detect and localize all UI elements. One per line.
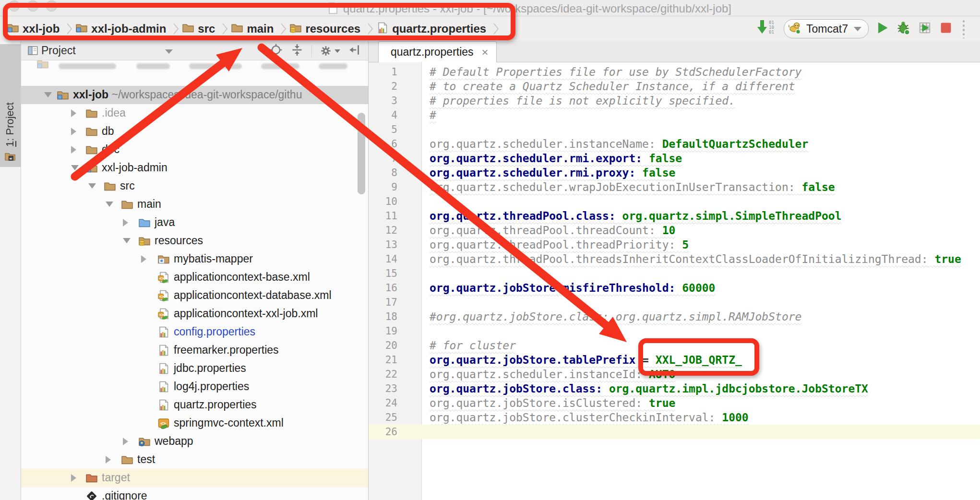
project-views-chevron-icon[interactable] <box>165 49 173 54</box>
tree-item-springmvc-context.xml[interactable]: <> springmvc-context.xml <box>21 414 368 432</box>
line-number: 1 <box>369 65 397 79</box>
editor-area[interactable]: quartz.properties × 1# Default Propertie… <box>369 41 980 500</box>
project-panel-icon <box>28 46 38 58</box>
scroll-from-source-button[interactable] <box>269 43 283 59</box>
expanded-arrow-icon[interactable] <box>123 238 131 243</box>
tree-item-webapp[interactable]: webapp <box>21 432 368 451</box>
tree-item-label: quartz.properties <box>174 398 257 411</box>
collapsed-arrow-icon[interactable] <box>123 219 128 226</box>
breadcrumb: xxl-job xxl-job-admin src main resources… <box>7 16 502 41</box>
close-window-button[interactable] <box>9 0 20 12</box>
tree-item-label: applicationcontext-xxl-job.xml <box>174 307 318 320</box>
tree-item-label: .idea <box>102 107 126 119</box>
run-configuration-select[interactable]: Tomcat7 <box>784 19 869 38</box>
expanded-arrow-icon[interactable] <box>106 202 113 207</box>
svg-text:<>: <> <box>159 276 164 281</box>
project-tree-scrollbar[interactable] <box>358 113 365 194</box>
breadcrumb-item-quartz.properties[interactable]: quartz.properties <box>376 22 486 36</box>
breadcrumb-chevron-icon <box>173 23 179 35</box>
expanded-arrow-icon[interactable] <box>44 92 52 97</box>
folder-resources-icon <box>289 22 302 36</box>
tree-item-applicationcontext-base.xml[interactable]: <> applicationcontext-base.xml <box>21 268 368 286</box>
line-number: 26 <box>369 425 397 439</box>
collapsed-arrow-icon[interactable] <box>71 474 76 482</box>
tree-item-xxl-job-admin[interactable]: xxl-job-admin <box>21 159 368 177</box>
tree-item-mybatis-mapper[interactable]: mybatis-mapper <box>21 250 368 268</box>
tab-label: quartz.properties <box>391 46 474 59</box>
breadcrumb-item-xxl-job-admin[interactable]: xxl-job-admin <box>75 22 166 36</box>
tree-item-jdbc.properties[interactable]: jdbc.properties <box>21 359 368 378</box>
collapsed-arrow-icon[interactable] <box>71 128 76 135</box>
line-number: 6 <box>369 137 397 151</box>
tree-item-log4j.properties[interactable]: log4j.properties <box>21 378 368 396</box>
folder-module-icon <box>85 162 98 176</box>
folder-module-icon <box>75 22 88 36</box>
breadcrumb-item-xxl-job[interactable]: xxl-job <box>7 22 60 36</box>
tree-item-test[interactable]: test <box>21 451 368 469</box>
tree-item-xxl-job[interactable]: xxl-job ~/workspaces/idea-git-workspace/… <box>21 86 368 104</box>
project-panel-header: Project <box>21 41 368 60</box>
tree-item-src[interactable]: src <box>21 177 368 195</box>
project-panel-title[interactable]: Project <box>41 44 76 57</box>
tree-item-applicationcontext-xxl-job.xml[interactable]: <> applicationcontext-xxl-job.xml <box>21 305 368 323</box>
breadcrumb-item-main[interactable]: main <box>231 22 274 36</box>
file-properties-icon <box>157 399 170 413</box>
folder-excluded-icon <box>85 472 98 486</box>
tree-item-target[interactable]: target <box>21 469 368 487</box>
tree-item-applicationcontext-database.xml[interactable]: <> applicationcontext-database.xml <box>21 286 368 305</box>
toolbar-drag-handle[interactable] <box>962 19 965 38</box>
svg-text:<>: <> <box>159 294 164 299</box>
stop-button[interactable] <box>939 21 953 37</box>
tree-item-label: resources <box>155 234 203 247</box>
zoom-window-button[interactable] <box>46 0 57 12</box>
tree-item-label: jdbc.properties <box>174 362 246 375</box>
debug-button[interactable] <box>896 20 911 37</box>
tree-item-label: applicationcontext-base.xml <box>174 271 310 284</box>
project-tool-window-button[interactable]: 1: Project <box>0 44 21 167</box>
tree-item-label: db <box>102 125 114 138</box>
code-line-14: 14org.quartz.threadPool.threadsInheritCo… <box>369 252 980 266</box>
collapsed-arrow-icon[interactable] <box>106 456 111 464</box>
settings-gear-button[interactable] <box>320 44 340 58</box>
tree-item-config.properties[interactable]: config.properties <box>21 323 368 341</box>
tab-quartz-properties[interactable]: quartz.properties × <box>378 41 497 62</box>
breadcrumb-chevron-icon <box>66 23 72 35</box>
expanded-arrow-icon[interactable] <box>88 183 96 189</box>
minimize-window-button[interactable] <box>27 0 38 12</box>
line-number: 20 <box>369 338 397 353</box>
line-number: 19 <box>369 324 397 338</box>
tree-item-java[interactable]: java <box>21 214 368 232</box>
run-button[interactable] <box>875 21 889 37</box>
tree-item-quartz.properties[interactable]: quartz.properties <box>21 396 368 414</box>
breadcrumb-item-src[interactable]: src <box>182 22 215 36</box>
folder-icon <box>85 107 98 121</box>
tree-item-main[interactable]: main <box>21 195 368 214</box>
collapsed-arrow-icon[interactable] <box>123 438 128 445</box>
close-tab-icon[interactable]: × <box>482 48 489 57</box>
tree-item-doc[interactable]: doc <box>21 141 368 159</box>
breadcrumb-label: src <box>198 22 215 36</box>
tree-item-freemarker.properties[interactable]: freemarker.properties <box>21 341 368 359</box>
expanded-arrow-icon[interactable] <box>71 165 79 170</box>
tree-item-label: log4j.properties <box>174 380 249 393</box>
hide-panel-button[interactable] <box>348 43 361 59</box>
tree-item-.gitignore[interactable]: .gitignore <box>21 487 368 500</box>
code-line-25: 25org.quartz.jobStore.clusterCheckinInte… <box>369 410 980 425</box>
titlebar: quartz.properties - xxl-job - [~/workspa… <box>0 0 980 16</box>
tree-item-db[interactable]: db <box>21 122 368 141</box>
line-number: 11 <box>369 209 397 223</box>
collapsed-arrow-icon[interactable] <box>71 109 76 117</box>
folder-resources-icon <box>138 235 151 249</box>
collapsed-arrow-icon[interactable] <box>71 146 76 154</box>
collapsed-arrow-icon[interactable] <box>141 255 146 263</box>
line-number: 22 <box>369 367 397 381</box>
tree-item-resources[interactable]: resources <box>21 232 368 250</box>
line-number: 13 <box>369 238 397 252</box>
run-with-coverage-button[interactable] <box>917 20 932 37</box>
tree-item-label: config.properties <box>174 325 255 338</box>
breadcrumb-item-resources[interactable]: resources <box>289 22 360 36</box>
collapse-all-button[interactable] <box>290 43 304 59</box>
tree-item-label: xxl-job-admin <box>102 161 167 174</box>
tree-item-.idea[interactable]: .idea <box>21 104 368 122</box>
update-application-icon[interactable]: 011001 <box>756 19 777 38</box>
